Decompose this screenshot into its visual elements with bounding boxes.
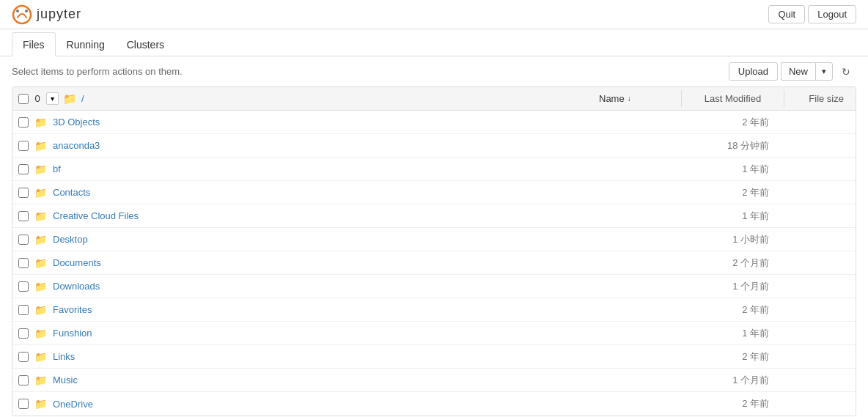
row-checkbox[interactable] <box>18 352 29 362</box>
table-row: 📁 anaconda3 18 分钟前 <box>12 134 856 158</box>
main-tabs: Files Running Clusters <box>0 32 868 56</box>
folder-icon: 📁 <box>34 117 47 128</box>
file-modified: 2 年前 <box>675 350 778 364</box>
breadcrumb-root[interactable]: / <box>81 93 587 104</box>
file-rows-container: 📁 3D Objects 2 年前 📁 anaconda3 18 分钟前 📁 b… <box>12 111 856 416</box>
table-row: 📁 Contacts 2 年前 <box>12 181 856 204</box>
row-checkbox[interactable] <box>18 258 29 268</box>
file-name-link[interactable]: Creative Cloud Files <box>53 210 358 221</box>
table-row: 📁 OneDrive 2 年前 <box>12 392 856 416</box>
table-row: 📁 Funshion 1 年前 <box>12 322 856 345</box>
file-name-link[interactable]: Documents <box>53 257 358 268</box>
header-right: Name ↓ Last Modified File size <box>593 90 850 107</box>
file-list-header: 0 ▾ 📁 / Name ↓ Last Modified File size <box>12 87 856 111</box>
sort-arrow-icon: ↓ <box>628 95 631 103</box>
folder-icon: 📁 <box>34 281 47 292</box>
tab-files[interactable]: Files <box>12 32 56 56</box>
file-name-link[interactable]: Funshion <box>53 328 358 339</box>
table-row: 📁 Documents 2 个月前 <box>12 251 856 275</box>
row-checkbox[interactable] <box>18 281 29 292</box>
file-name-link[interactable]: Downloads <box>53 281 358 292</box>
header-actions: Quit Logout <box>768 5 856 23</box>
new-dropdown-arrow[interactable]: ▾ <box>815 62 833 81</box>
row-checkbox[interactable] <box>18 188 29 198</box>
folder-icon: 📁 <box>34 304 47 316</box>
file-modified: 2 年前 <box>675 303 778 317</box>
file-modified: 1 个月前 <box>675 280 778 293</box>
row-checkbox[interactable] <box>18 141 29 151</box>
row-checkbox[interactable] <box>18 305 29 315</box>
col-modified-header: Last Modified <box>681 90 784 107</box>
new-button-group: New ▾ <box>781 62 833 81</box>
svg-point-1 <box>16 10 19 12</box>
select-hint: Select items to perform actions on them. <box>12 66 183 77</box>
toolbar-right: Upload New ▾ ↻ <box>729 62 856 81</box>
folder-icon: 📁 <box>34 210 47 222</box>
file-name-link[interactable]: Links <box>53 351 358 362</box>
col-name-header[interactable]: Name ↓ <box>593 90 681 107</box>
file-modified: 2 年前 <box>675 397 778 410</box>
upload-button[interactable]: Upload <box>729 62 778 81</box>
file-name-link[interactable]: Contacts <box>53 187 358 198</box>
select-all-checkbox[interactable] <box>18 94 29 104</box>
toolbar: Select items to perform actions on them.… <box>0 56 868 86</box>
selected-count: 0 <box>32 93 43 104</box>
file-name-link[interactable]: Favorites <box>53 304 358 315</box>
file-modified: 1 年前 <box>675 210 778 223</box>
row-checkbox[interactable] <box>18 328 29 339</box>
row-checkbox[interactable] <box>18 164 29 174</box>
folder-icon: 📁 <box>34 187 47 199</box>
row-checkbox[interactable] <box>18 117 29 128</box>
file-list: 0 ▾ 📁 / Name ↓ Last Modified File size 📁… <box>12 86 856 416</box>
file-modified: 1 年前 <box>675 163 778 176</box>
file-modified: 1 年前 <box>675 327 778 340</box>
col-size-header: File size <box>784 90 850 107</box>
jupyter-logo-icon <box>12 4 32 25</box>
table-row: 📁 Links 2 年前 <box>12 345 856 369</box>
logo-text: jupyter <box>37 7 81 22</box>
folder-icon: 📁 <box>34 328 47 339</box>
file-modified: 2 个月前 <box>675 257 778 270</box>
file-modified: 18 分钟前 <box>675 139 778 152</box>
file-modified: 1 小时前 <box>675 233 778 246</box>
quit-button[interactable]: Quit <box>768 5 805 23</box>
file-name-link[interactable]: anaconda3 <box>53 140 358 151</box>
file-name-link[interactable]: 3D Objects <box>53 117 358 128</box>
new-button[interactable]: New <box>781 62 815 81</box>
folder-icon: 📁 <box>34 163 47 175</box>
row-checkbox[interactable] <box>18 211 29 221</box>
select-dropdown-button[interactable]: ▾ <box>46 92 59 105</box>
logo: jupyter <box>12 4 81 25</box>
file-name-link[interactable]: bf <box>53 163 358 174</box>
folder-icon: 📁 <box>34 351 47 363</box>
file-name-link[interactable]: OneDrive <box>53 399 358 410</box>
file-modified: 1 个月前 <box>675 374 778 387</box>
header-left: 0 ▾ 📁 / <box>18 92 587 106</box>
table-row: 📁 Desktop 1 小时前 <box>12 228 856 251</box>
file-modified: 2 年前 <box>675 186 778 199</box>
folder-icon: 📁 <box>63 92 77 106</box>
folder-icon: 📁 <box>34 234 47 246</box>
table-row: 📁 bf 1 年前 <box>12 158 856 181</box>
row-checkbox[interactable] <box>18 375 29 385</box>
table-row: 📁 3D Objects 2 年前 <box>12 111 856 134</box>
app-header: jupyter Quit Logout <box>0 0 868 29</box>
folder-icon: 📁 <box>34 374 47 386</box>
select-all-group: 0 ▾ <box>18 92 59 105</box>
table-row: 📁 Downloads 1 个月前 <box>12 275 856 298</box>
table-row: 📁 Music 1 个月前 <box>12 369 856 392</box>
row-checkbox[interactable] <box>18 235 29 245</box>
file-name-link[interactable]: Music <box>53 374 358 385</box>
table-row: 📁 Creative Cloud Files 1 年前 <box>12 204 856 228</box>
file-name-link[interactable]: Desktop <box>53 234 358 245</box>
svg-point-2 <box>25 10 28 12</box>
row-checkbox[interactable] <box>18 399 29 409</box>
tab-clusters[interactable]: Clusters <box>116 32 175 56</box>
folder-icon: 📁 <box>34 398 47 410</box>
refresh-button[interactable]: ↻ <box>836 63 856 81</box>
folder-icon: 📁 <box>34 257 47 269</box>
folder-icon: 📁 <box>34 140 47 152</box>
logout-button[interactable]: Logout <box>808 5 856 23</box>
tab-running[interactable]: Running <box>56 32 116 56</box>
file-modified: 2 年前 <box>675 116 778 129</box>
